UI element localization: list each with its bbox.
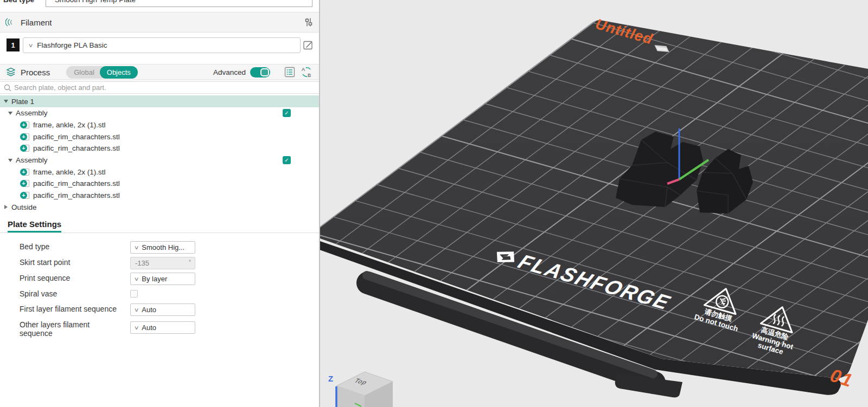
filament-edit-button[interactable] — [302, 38, 315, 51]
bed-type-select[interactable]: ∨ Smooth Hig... — [130, 241, 195, 254]
tree-item-outside[interactable]: Outside — [0, 202, 319, 214]
compare-ab-icon[interactable]: A B — [301, 66, 312, 78]
search-input[interactable] — [14, 83, 316, 92]
process-layers-icon — [5, 67, 16, 77]
scope-objects-button[interactable]: Objects — [100, 66, 138, 79]
search-bar — [0, 81, 319, 94]
skirt-start-point-input[interactable]: -135 ° — [130, 257, 195, 269]
build-plate[interactable] — [320, 20, 868, 378]
object-icon: + — [20, 133, 30, 141]
viewport-3d[interactable]: FLASHFORGE 请勿触摸 Do not touch 高温危险 Warnin… — [320, 0, 868, 407]
expand-arrow-icon[interactable] — [4, 205, 8, 209]
object-icon: + — [20, 168, 30, 176]
form-row-first-layer: First layer filament sequence ∨ Auto — [0, 302, 319, 318]
filament-section-header: Filament — [0, 12, 319, 33]
plate-settings-form: Bed type ∨ Smooth Hig... Skirt start poi… — [0, 240, 319, 341]
tree-item-file[interactable]: + pacific_rim_charachters.stl — [0, 143, 319, 154]
filament-slot-number: 1 — [7, 38, 20, 51]
assembly-checkbox[interactable]: ✓ — [283, 156, 291, 164]
chevron-down-icon: ∨ — [28, 42, 34, 48]
filament-settings-icon[interactable] — [304, 17, 314, 27]
svg-text:B: B — [308, 73, 311, 78]
filament-row: 1 ∨ Flashforge PLA Basic — [0, 37, 319, 55]
cube-z-label: Z — [328, 374, 333, 383]
tree-item-file[interactable]: + frame, ankle, 2x (1).stl — [0, 166, 319, 178]
advanced-toggle[interactable] — [250, 67, 270, 77]
process-section-header: Process Global Objects Advanced — [0, 64, 319, 80]
scope-global-button[interactable]: Global — [66, 68, 100, 76]
tree-item-file[interactable]: + pacific_rim_charachters.stl — [0, 190, 319, 202]
print-sequence-select[interactable]: ∨ By layer — [130, 273, 195, 285]
form-row-bed-type: Bed type ∨ Smooth Hig... — [0, 240, 319, 256]
chevron-down-icon: ∨ — [134, 276, 139, 282]
chevron-down-icon: ∨ — [134, 307, 139, 313]
first-layer-sequence-select[interactable]: ∨ Auto — [130, 303, 195, 316]
filament-section-title: Filament — [21, 18, 52, 27]
object-icon: + — [20, 121, 30, 129]
object-icon: + — [20, 191, 30, 199]
process-section-title: Process — [21, 68, 50, 77]
plate-settings-title: Plate Settings — [8, 219, 61, 232]
svg-text:A: A — [302, 67, 305, 72]
other-layers-sequence-select[interactable]: ∨ Auto — [130, 321, 195, 334]
filament-select[interactable]: ∨ Flashforge PLA Basic — [23, 37, 301, 53]
tree-item-file[interactable]: + frame, ankle, 2x (1).stl — [0, 119, 319, 131]
form-row-print-sequence: Print sequence ∨ By layer — [0, 272, 319, 287]
degree-unit: ° — [189, 259, 191, 265]
nav-cube[interactable]: Top Z — [328, 372, 393, 407]
process-scope-toggle: Global Objects — [66, 66, 138, 79]
filament-spool-icon — [5, 17, 16, 28]
left-panel: Bed type Smooth High Temp Plate Filament… — [0, 0, 320, 407]
object-icon: + — [20, 144, 30, 152]
bed-type-top-select[interactable]: Smooth High Temp Plate — [46, 0, 312, 7]
process-list-view-icon[interactable] — [284, 67, 295, 77]
bed-type-top-label: Bed type — [3, 0, 34, 4]
tree-item-file[interactable]: + pacific_rim_charachters.stl — [0, 131, 319, 143]
object-tree: Plate 1 Assembly ✓ + frame, ankle, 2x (1… — [0, 95, 319, 213]
chevron-down-icon: ∨ — [134, 325, 139, 331]
advanced-label: Advanced — [213, 68, 246, 76]
collapse-arrow-icon[interactable] — [4, 100, 8, 103]
toggle-knob — [260, 68, 269, 76]
chevron-down-icon: ∨ — [134, 244, 139, 250]
plate-settings-header: Plate Settings — [0, 218, 319, 233]
form-row-spiral-vase: Spiral vase — [0, 287, 319, 302]
collapse-arrow-icon[interactable] — [8, 112, 12, 115]
object-icon: + — [20, 179, 30, 188]
spiral-vase-checkbox[interactable] — [130, 290, 138, 298]
assembly-checkbox[interactable]: ✓ — [283, 109, 291, 117]
form-row-other-layers: Other layers filament sequence ∨ Auto — [0, 318, 319, 341]
tree-item-assembly[interactable]: Assembly ✓ — [0, 154, 319, 166]
bed-type-top-row: Bed type Smooth High Temp Plate — [0, 0, 319, 7]
tree-item-plate[interactable]: Plate 1 — [0, 95, 319, 107]
form-row-skirt: Skirt start point -135 ° — [0, 256, 319, 272]
collapse-arrow-icon[interactable] — [8, 159, 12, 162]
scene-svg: FLASHFORGE 请勿触摸 Do not touch 高温危险 Warnin… — [320, 0, 868, 407]
tree-item-assembly[interactable]: Assembly ✓ — [0, 107, 319, 119]
tree-item-file[interactable]: + pacific_rim_charachters.stl — [0, 178, 319, 190]
search-icon — [3, 83, 12, 92]
